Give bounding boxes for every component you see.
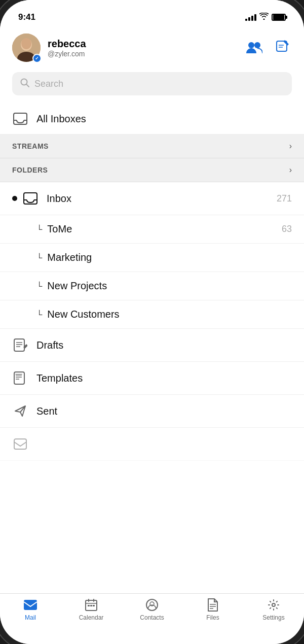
folders-label: FOLDERS	[12, 166, 48, 174]
marketing-label: Marketing	[47, 252, 292, 263]
header-actions	[244, 38, 292, 58]
settings-nav-icon	[267, 598, 281, 612]
inbox-icon	[22, 190, 39, 207]
svg-line-10	[26, 84, 29, 87]
sent-label: Sent	[36, 405, 292, 417]
tome-count: 63	[282, 224, 292, 234]
inbox-row[interactable]: Inbox 271	[0, 182, 304, 215]
signal-icon	[245, 14, 256, 21]
status-icons	[245, 13, 286, 22]
user-info: rebecca @zyler.com	[48, 38, 237, 58]
drafts-icon	[12, 337, 28, 353]
contacts-nav-label: Contacts	[140, 614, 164, 621]
status-time: 9:41	[18, 12, 35, 22]
phone-frame: 9:41	[0, 0, 304, 644]
wifi-icon	[259, 13, 269, 22]
calendar-nav-icon	[84, 598, 98, 612]
nav-calendar[interactable]: Calendar	[61, 598, 122, 621]
new-customers-arrow-icon: └	[36, 310, 42, 319]
avatar-verified-badge	[32, 54, 42, 63]
new-projects-label: New Projects	[47, 280, 292, 292]
streams-chevron-icon: ›	[289, 142, 292, 151]
mail-nav-label: Mail	[25, 614, 36, 621]
settings-nav-label: Settings	[262, 614, 284, 621]
compose-button[interactable]	[274, 38, 292, 58]
search-icon	[20, 78, 29, 89]
new-projects-row[interactable]: └ New Projects	[0, 272, 304, 300]
nav-contacts[interactable]: Contacts	[122, 598, 182, 621]
sent-row[interactable]: Sent	[0, 395, 304, 428]
user-name: rebecca	[48, 38, 237, 50]
new-customers-row[interactable]: └ New Customers	[0, 300, 304, 329]
contacts-nav-icon	[145, 598, 159, 612]
partial-row	[0, 428, 304, 461]
tome-arrow-icon: └	[36, 225, 42, 234]
user-email: @zyler.com	[48, 50, 237, 58]
bottom-nav: Mail Calendar	[0, 593, 304, 644]
streams-section[interactable]: STREAMS ›	[0, 134, 304, 158]
inbox-label: Inbox	[47, 193, 277, 205]
files-nav-icon	[206, 598, 220, 612]
svg-point-3	[21, 38, 31, 49]
unread-dot	[12, 196, 17, 201]
team-icon-button[interactable]	[244, 38, 264, 58]
inbox-count: 271	[277, 193, 292, 204]
templates-row[interactable]: Templates	[0, 362, 304, 395]
folders-chevron-icon: ›	[289, 165, 292, 175]
svg-rect-27	[14, 439, 26, 449]
nav-mail[interactable]: Mail	[0, 598, 61, 621]
svg-rect-25	[15, 374, 22, 375]
tome-label: ToMe	[47, 223, 282, 235]
tome-row[interactable]: └ ToMe 63	[0, 215, 304, 244]
svg-rect-34	[90, 605, 92, 606]
svg-rect-33	[88, 605, 90, 606]
inbox-tray-icon	[12, 111, 28, 127]
svg-point-5	[254, 42, 260, 48]
new-projects-arrow-icon: └	[36, 282, 42, 291]
content-area: rebecca @zyler.com	[0, 27, 304, 593]
marketing-row[interactable]: └ Marketing	[0, 244, 304, 272]
svg-rect-35	[93, 605, 95, 606]
drafts-label: Drafts	[36, 340, 292, 351]
streams-label: STREAMS	[12, 142, 49, 150]
search-bar[interactable]: Search	[12, 72, 292, 95]
templates-label: Templates	[36, 372, 292, 384]
drafts-row[interactable]: Drafts	[0, 329, 304, 362]
calendar-nav-label: Calendar	[79, 614, 104, 621]
all-inboxes-row[interactable]: All Inboxes	[0, 104, 304, 134]
svg-point-4	[248, 42, 254, 48]
status-bar: 9:41	[0, 0, 304, 27]
files-nav-label: Files	[206, 614, 219, 621]
svg-point-41	[272, 603, 275, 606]
nav-files[interactable]: Files	[182, 598, 243, 621]
sent-icon	[12, 403, 28, 419]
nav-settings[interactable]: Settings	[243, 598, 304, 621]
avatar	[12, 33, 41, 62]
search-placeholder: Search	[34, 79, 63, 89]
new-customers-label: New Customers	[47, 309, 292, 320]
partial-icon	[12, 436, 28, 452]
folders-section[interactable]: FOLDERS ›	[0, 158, 304, 182]
svg-rect-17	[14, 339, 24, 351]
mail-nav-icon	[23, 598, 37, 612]
battery-icon	[272, 14, 286, 21]
templates-icon	[12, 370, 28, 386]
all-inboxes-label: All Inboxes	[36, 113, 292, 125]
header: rebecca @zyler.com	[0, 27, 304, 68]
marketing-arrow-icon: └	[36, 253, 42, 262]
